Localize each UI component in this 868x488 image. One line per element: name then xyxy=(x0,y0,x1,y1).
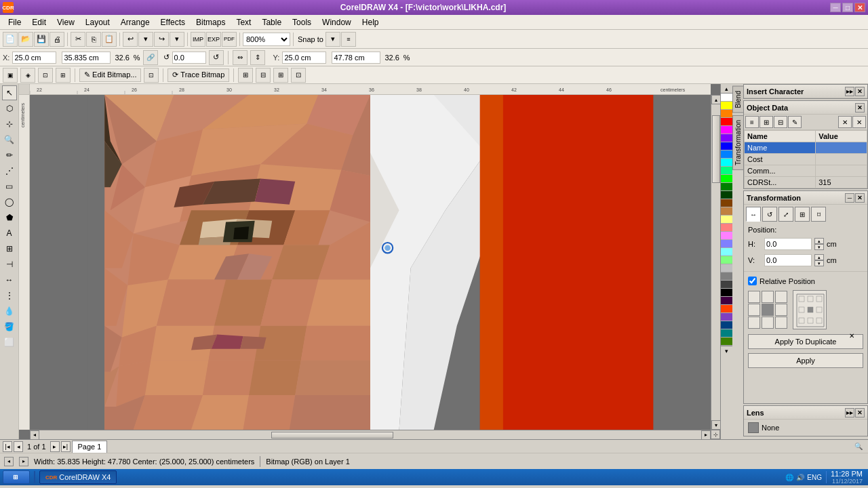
paste-button[interactable]: 📋 xyxy=(102,32,117,47)
menu-help[interactable]: Help xyxy=(357,16,384,28)
doc-prev[interactable]: ◂ xyxy=(4,457,14,466)
scroll-down[interactable]: ▾ xyxy=(711,420,720,430)
grid-tc[interactable] xyxy=(762,291,774,303)
table-row[interactable]: Name xyxy=(745,142,867,154)
grid-ml[interactable] xyxy=(748,304,760,316)
rect-tool[interactable]: ▭ xyxy=(2,179,17,194)
menu-window[interactable]: Window xyxy=(317,16,357,28)
color-purple[interactable] xyxy=(721,313,732,321)
network-icon[interactable]: 🌐 xyxy=(785,474,793,481)
next-page-button[interactable]: ▸ xyxy=(50,441,60,452)
close-button[interactable]: ✕ xyxy=(854,3,865,12)
color-lightsalmon[interactable] xyxy=(721,224,732,232)
grid-mr[interactable] xyxy=(775,304,787,316)
print-button[interactable]: 🖨 xyxy=(50,32,64,47)
color-black[interactable] xyxy=(721,289,732,297)
connector-tool[interactable]: ↔ xyxy=(2,272,17,287)
color-magenta[interactable] xyxy=(721,126,732,134)
color-darkgreen[interactable] xyxy=(721,183,732,191)
undo-dropdown[interactable]: ▾ xyxy=(138,32,153,47)
color-periwinkle[interactable] xyxy=(721,240,732,248)
publish-button[interactable]: PDF xyxy=(222,32,237,47)
insert-char-header[interactable]: Insert Character ▸▸ ✕ xyxy=(744,85,867,98)
object-data-close[interactable]: ✕ xyxy=(855,103,865,113)
table-row[interactable]: Comm... xyxy=(745,165,867,177)
insert-char-expand[interactable]: ▸▸ xyxy=(845,87,854,96)
blend-tool[interactable]: ⋮ xyxy=(2,288,17,303)
table-row[interactable]: Cost xyxy=(745,154,867,165)
palette-scroll-down[interactable]: ▾ xyxy=(721,346,732,355)
rotation-input[interactable] xyxy=(172,52,206,64)
bitmap-extra1[interactable]: ⊞ xyxy=(238,68,253,83)
menu-bitmaps[interactable]: Bitmaps xyxy=(191,16,231,28)
taskbar-app-coreldraw[interactable]: CDR CorelDRAW X4 xyxy=(39,470,117,484)
sound-icon[interactable]: 🔊 xyxy=(796,474,804,481)
menu-edit[interactable]: Edit xyxy=(26,16,52,28)
text-tool[interactable]: A xyxy=(2,226,17,241)
transform-tab-position[interactable]: ↔ xyxy=(746,207,761,222)
canvas-corner[interactable]: ⊹ xyxy=(711,430,720,439)
transform-header[interactable]: Transformation ─ ✕ xyxy=(744,191,867,205)
snap-dropdown[interactable]: ▾ xyxy=(326,32,340,47)
import-button[interactable]: IMP xyxy=(191,32,205,47)
minimize-button[interactable]: ─ xyxy=(830,3,841,12)
mirror-h[interactable]: ⇔ xyxy=(233,50,248,65)
color-lightgreen[interactable] xyxy=(721,256,732,264)
od-icon3[interactable]: ⊟ xyxy=(774,116,787,128)
side-tab-blend[interactable]: Blend xyxy=(732,86,743,113)
trace-bitmap-button[interactable]: ⟳ Trace Bitmap xyxy=(167,68,229,82)
grid-tl[interactable] xyxy=(748,291,760,303)
color-vermilion[interactable] xyxy=(721,305,732,313)
apply-to-duplicate-button[interactable]: Apply To Duplicate xyxy=(748,334,863,349)
od-icon4[interactable]: ✎ xyxy=(788,116,802,128)
menu-effects[interactable]: Effects xyxy=(155,16,191,28)
shape-tool[interactable]: ⬡ xyxy=(2,101,17,116)
redo-button[interactable]: ↪ xyxy=(154,32,169,47)
color-green[interactable] xyxy=(721,175,732,183)
scroll-right[interactable]: ▸ xyxy=(701,430,711,440)
scroll-left[interactable]: ◂ xyxy=(30,430,39,440)
color-olive[interactable] xyxy=(721,338,732,346)
page-zoom-icon[interactable]: 🔍 xyxy=(854,443,863,450)
od-icon1[interactable]: ≡ xyxy=(745,116,759,128)
color-orange[interactable] xyxy=(721,110,732,118)
color-red[interactable] xyxy=(721,118,732,126)
color-lightcyan[interactable] xyxy=(721,248,732,256)
color-lightyellow[interactable] xyxy=(721,216,732,224)
transform-close[interactable]: ✕ xyxy=(855,193,865,203)
lens-close[interactable]: ✕ xyxy=(855,408,865,418)
eyedropper-tool[interactable]: 💧 xyxy=(2,304,17,319)
scroll-up[interactable]: ▴ xyxy=(711,95,720,104)
bitmap-tool4[interactable]: ⊞ xyxy=(56,68,71,83)
undo-button[interactable]: ↩ xyxy=(123,32,138,47)
color-brown[interactable] xyxy=(721,199,732,207)
grid-tr[interactable] xyxy=(775,291,787,303)
mirror-v[interactable]: ⇕ xyxy=(250,50,265,65)
ellipse-tool[interactable]: ◯ xyxy=(2,195,17,209)
color-cyan[interactable] xyxy=(721,159,732,167)
zoom-tool[interactable]: 🔍 xyxy=(2,132,17,147)
x-input[interactable] xyxy=(12,52,56,64)
object-data-header[interactable]: Object Data ✕ xyxy=(744,101,867,115)
color-teal[interactable] xyxy=(721,329,732,338)
transform-v-input[interactable] xyxy=(764,254,812,266)
bitmap-tool1[interactable]: ▣ xyxy=(3,68,18,83)
color-white[interactable] xyxy=(721,94,732,102)
v-scrollbar[interactable]: ▴ ▾ xyxy=(711,95,720,430)
w-input[interactable] xyxy=(62,52,111,64)
lock-ratio[interactable]: 🔗 xyxy=(143,50,158,65)
doc-next[interactable]: ▸ xyxy=(19,457,28,466)
od-icon2[interactable]: ⊞ xyxy=(760,116,773,128)
bitmap-extra4[interactable]: ⊡ xyxy=(291,68,306,83)
color-gray[interactable] xyxy=(721,272,732,281)
drawing-surface[interactable] xyxy=(30,95,711,430)
color-silver[interactable] xyxy=(721,264,732,272)
smart-tool[interactable]: ⋰ xyxy=(2,163,17,178)
interactive-fill[interactable]: ⬜ xyxy=(2,335,17,350)
color-yellow[interactable] xyxy=(721,102,732,110)
color-lightblue[interactable] xyxy=(721,150,732,159)
transform-tab-skew[interactable]: ⌑ xyxy=(811,207,826,222)
export-button[interactable]: EXP xyxy=(206,32,221,47)
grid-bl[interactable] xyxy=(748,317,760,329)
menu-tools[interactable]: Tools xyxy=(287,16,317,28)
